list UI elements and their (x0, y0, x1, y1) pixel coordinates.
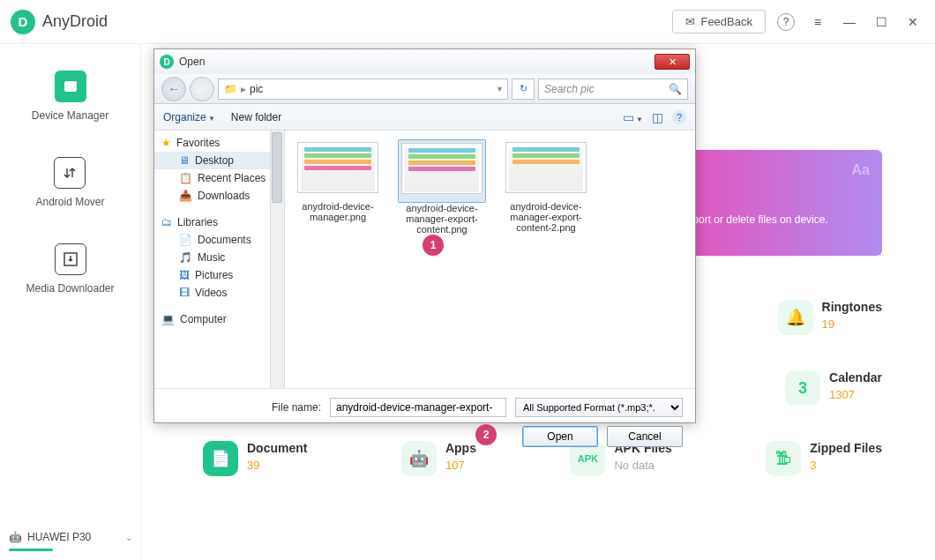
recent-icon: 📋 (179, 172, 192, 184)
tree-label: Favorites (176, 137, 220, 149)
dialog-toolbar: Organize New folder ▭ ◫ ? (154, 104, 695, 131)
cat-name: Ringtones (822, 300, 882, 314)
tree-pictures[interactable]: 🖼Pictures (154, 266, 284, 284)
help-button[interactable]: ? (774, 11, 797, 34)
storage-bar (9, 549, 53, 551)
filename-input[interactable] (330, 398, 506, 417)
tree-recent[interactable]: 📋Recent Places (154, 169, 284, 187)
star-icon: ★ (161, 137, 171, 149)
nav-back-button[interactable]: ← (161, 77, 186, 101)
titlebar: D AnyDroid ✉ FeedBack ? ≡ — ☐ ✕ (0, 0, 935, 44)
file-item-3[interactable]: anydroid-device-manager-export-content-2… (502, 139, 590, 379)
tree-downloads[interactable]: 📥Downloads (154, 187, 284, 205)
dialog-close-button[interactable]: ✕ (654, 54, 690, 70)
file-list: anydroid-device-manager.png anydroid-dev… (285, 131, 695, 388)
close-icon: ✕ (669, 56, 677, 68)
app-logo-icon: D (11, 10, 35, 34)
file-thumbnail (405, 148, 479, 192)
menu-icon: ≡ (814, 15, 821, 29)
tree-desktop[interactable]: 🖥Desktop (154, 152, 284, 169)
category-calendar[interactable]: 3 Calendar1307 (785, 370, 882, 406)
tree-label: Recent Places (198, 172, 266, 184)
cat-count: 19 (822, 317, 882, 331)
sidebar-media-downloader[interactable]: Media Downloader (26, 243, 114, 295)
nav-forward-button[interactable] (190, 77, 214, 101)
preview-pane-button[interactable]: ◫ (652, 110, 663, 124)
device-name: HUAWEI P30 (27, 531, 91, 543)
tree-scrollbar[interactable] (270, 131, 284, 388)
open-button[interactable]: Open (522, 426, 598, 447)
maximize-button[interactable]: ☐ (870, 11, 893, 34)
help-icon: ? (777, 13, 795, 31)
tree-label: Desktop (195, 154, 234, 167)
dialog-nav: ← 📁 ▸ pic ▾ ↻ Search pic 🔍 (154, 74, 695, 104)
refresh-button[interactable]: ↻ (512, 78, 535, 100)
promo-text: , export or delete files on device. (676, 213, 868, 226)
videos-icon: 🎞 (179, 287, 190, 299)
tree-favorites[interactable]: ★Favorites (154, 134, 284, 152)
desktop-icon: 🖥 (179, 154, 190, 167)
maximize-icon: ☐ (876, 15, 887, 29)
feedback-label: FeedBack (700, 15, 752, 28)
format-select[interactable]: All Supported Format (*.mp3;*. (515, 398, 683, 417)
new-folder-button[interactable]: New folder (231, 111, 281, 123)
tree-label: Libraries (177, 216, 218, 228)
tree-label: Downloads (198, 190, 250, 202)
mail-icon: ✉ (685, 15, 695, 28)
promo-aa: Aa (852, 162, 870, 178)
tree-label: Computer (180, 313, 227, 325)
calendar-icon: 3 (785, 370, 820, 406)
libraries-icon: 🗂 (161, 216, 172, 228)
dialog-titlebar[interactable]: D Open ✕ (154, 49, 695, 74)
feedback-button[interactable]: ✉ FeedBack (672, 10, 766, 34)
file-name: anydroid-device-manager-export-content-2… (502, 201, 590, 233)
tree-label: Pictures (195, 269, 233, 281)
filename-label: File name: (272, 401, 321, 414)
search-input[interactable]: Search pic 🔍 (538, 78, 688, 100)
device-footer[interactable]: 🤖 HUAWEI P30 ⌄ (0, 522, 141, 560)
address-bar[interactable]: 📁 ▸ pic ▾ (218, 78, 508, 100)
category-ringtones[interactable]: 🔔 Ringtones19 (778, 300, 882, 335)
cat-count: 107 (445, 459, 476, 472)
sidebar-label: Media Downloader (26, 282, 114, 295)
android-icon: 🤖 (9, 531, 22, 543)
close-button[interactable]: ✕ (901, 11, 924, 34)
tree-computer[interactable]: 💻Computer (154, 310, 284, 328)
view-mode-button[interactable]: ▭ (623, 110, 643, 124)
tree-label: Music (198, 251, 225, 264)
app-name: AnyDroid (42, 12, 108, 31)
help-icon[interactable]: ? (672, 110, 686, 124)
sidebar-label: Device Manager (32, 109, 108, 122)
music-icon: 🎵 (179, 251, 192, 264)
tree-music[interactable]: 🎵Music (154, 249, 284, 266)
cat-count: 1307 (829, 388, 882, 401)
category-zipped[interactable]: 🗜 Zipped Files3 (766, 441, 882, 476)
tree-label: Videos (195, 287, 227, 299)
file-item-2-selected[interactable]: anydroid-device-manager-export-content.p… (398, 139, 486, 379)
tree-libraries[interactable]: 🗂Libraries (154, 213, 284, 231)
cat-count: 3 (810, 459, 882, 472)
sidebar-android-mover[interactable]: Android Mover (35, 157, 104, 208)
search-icon: 🔍 (669, 83, 682, 95)
dialog-bottom: File name: All Supported Format (*.mp3;*… (154, 388, 695, 456)
open-dialog: D Open ✕ ← 📁 ▸ pic ▾ ↻ Search pic 🔍 Orga… (153, 49, 696, 423)
downloads-icon: 📥 (179, 190, 192, 202)
tree-videos[interactable]: 🎞Videos (154, 284, 284, 302)
svg-rect-0 (64, 81, 77, 92)
dialog-body: ★Favorites 🖥Desktop 📋Recent Places 📥Down… (154, 131, 695, 388)
path-segment: pic (250, 83, 263, 95)
search-placeholder: Search pic (544, 83, 595, 95)
close-icon: ✕ (908, 15, 918, 29)
tree-documents[interactable]: 📄Documents (154, 231, 284, 249)
menu-button[interactable]: ≡ (806, 11, 829, 34)
organize-menu[interactable]: Organize (163, 111, 215, 123)
file-item-1[interactable]: anydroid-device-manager.png (294, 139, 382, 379)
annotation-badge-2: 2 (475, 424, 497, 445)
file-thumbnail (301, 147, 375, 191)
minimize-button[interactable]: — (838, 11, 861, 34)
scroll-thumb[interactable] (272, 132, 282, 203)
cat-count: 39 (247, 459, 307, 472)
sidebar-label: Android Mover (35, 196, 104, 208)
cancel-button[interactable]: Cancel (607, 426, 683, 447)
sidebar-device-manager[interactable]: Device Manager (32, 71, 108, 122)
